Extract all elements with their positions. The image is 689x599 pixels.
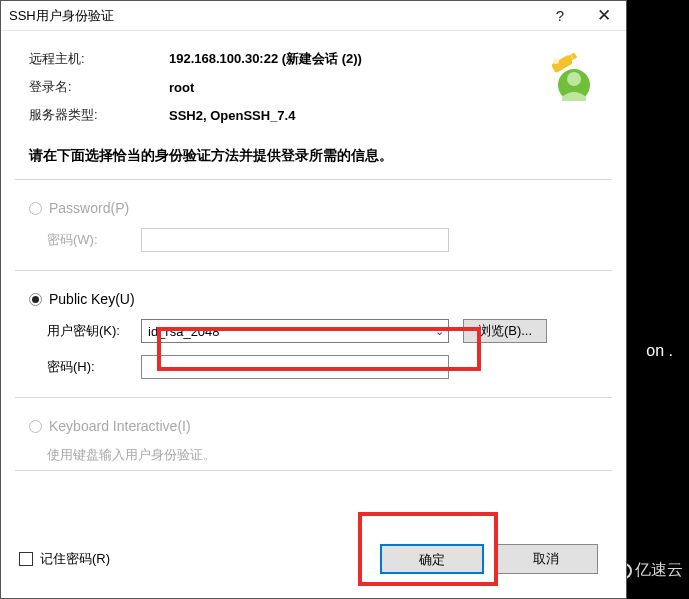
server-type-label: 服务器类型: [29,106,169,124]
keyboard-radio-label: Keyboard Interactive(I) [49,418,191,434]
svg-point-1 [567,72,581,86]
background-text-fragment: on . [646,342,673,360]
password-input [141,228,449,252]
publickey-radio[interactable] [29,293,42,306]
password-field-label: 密码(W): [47,231,141,249]
password-method: Password(P) 密码(W): [1,190,626,270]
publickey-method: Public Key(U) 用户密钥(K): id_rsa_2048 ⌄ 浏览(… [1,281,626,397]
svg-point-3 [553,58,559,64]
login-label: 登录名: [29,78,169,96]
publickey-radio-label: Public Key(U) [49,291,135,307]
remote-host-value: 192.168.100.30:22 (新建会话 (2)) [169,50,362,68]
ok-button[interactable]: 确定 [380,544,484,574]
close-button[interactable]: ✕ [582,1,626,31]
separator [15,397,612,398]
key-password-input[interactable] [141,355,449,379]
instruction-text: 请在下面选择恰当的身份验证方法并提供登录所需的信息。 [1,147,626,179]
key-password-label: 密码(H): [47,358,141,376]
password-radio-label: Password(P) [49,200,129,216]
separator [15,470,612,471]
keyboard-radio [29,420,42,433]
watermark-text: 亿速云 [635,560,683,581]
titlebar: SSH用户身份验证 ? ✕ [1,1,626,31]
connection-info: 远程主机: 192.168.100.30:22 (新建会话 (2)) 登录名: … [1,31,626,147]
dialog-title: SSH用户身份验证 [9,7,538,25]
password-radio [29,202,42,215]
separator [15,270,612,271]
chevron-down-icon: ⌄ [435,325,444,338]
remember-password-checkbox[interactable] [19,552,33,566]
user-key-label: 用户密钥(K): [47,322,141,340]
remote-host-label: 远程主机: [29,50,169,68]
bottom-bar: 记住密码(R) 确定 取消 [1,534,626,598]
keyboard-hint: 使用键盘输入用户身份验证。 [47,446,598,464]
cancel-button[interactable]: 取消 [494,544,598,574]
remember-password-label: 记住密码(R) [40,550,110,568]
user-key-select[interactable]: id_rsa_2048 ⌄ [141,319,449,343]
browse-button[interactable]: 浏览(B)... [463,319,547,343]
help-button[interactable]: ? [538,1,582,31]
keyboard-method: Keyboard Interactive(I) 使用键盘输入用户身份验证。 [1,408,626,470]
separator [15,179,612,180]
ssh-auth-dialog: SSH用户身份验证 ? ✕ 远程主机: 192.168.100.30:22 (新… [0,0,627,599]
user-key-value: id_rsa_2048 [148,324,435,339]
server-type-value: SSH2, OpenSSH_7.4 [169,108,295,123]
login-value: root [169,80,194,95]
user-key-icon [542,49,598,105]
